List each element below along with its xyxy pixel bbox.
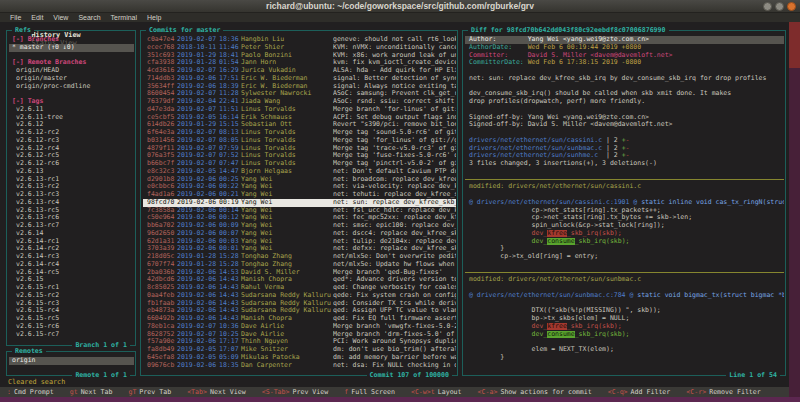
ref-item[interactable]: v2.6.13-rc3	[9, 191, 134, 199]
commit-row[interactable]: ce5cbf52019-02-0516:14Erik SchmaussACPI:…	[143, 114, 456, 122]
menu-help[interactable]: Help	[142, 14, 166, 21]
ref-item[interactable]: v2.6.15-rc5	[9, 315, 134, 323]
scrollbar[interactable]	[789, 22, 800, 397]
commit-row[interactable]: c0a47e42019-02-0718:36Hangbin Liugeneve:…	[143, 36, 456, 44]
maximize-icon[interactable]	[775, 2, 784, 11]
ref-item[interactable]: v2.6.13-rc2	[9, 183, 134, 191]
ref-item[interactable]: v2.6.14-rc5	[9, 269, 134, 277]
ref-section[interactable]: [-] Remote Branches	[9, 59, 134, 67]
commit-row[interactable]: 645efa82019-02-0505:09Mikulas Patockadm:…	[143, 354, 456, 362]
commit-author: Yang Wei	[241, 191, 333, 199]
ref-item[interactable]: * master (↑0 ↓0)	[9, 44, 134, 52]
ref-item[interactable]: v2.6.12-rc5	[9, 152, 134, 160]
ref-item[interactable]: v2.6.15-rc6	[9, 323, 134, 331]
commit-row[interactable]: e8c32c32019-02-0514:47Bjorn Helgaasnet: …	[143, 168, 456, 176]
commit-row[interactable]: 86287522019-02-0710:25Dave AirlieMerge b…	[143, 331, 456, 339]
ref-item[interactable]: v2.6.15-rc1	[9, 284, 134, 292]
ref-item[interactable]: v2.6.11-tree	[9, 114, 134, 122]
ref-item[interactable]: v2.6.14-rc4	[9, 261, 134, 269]
ref-item[interactable]: v2.6.12	[9, 121, 134, 129]
commit-row[interactable]: 351c6932019-01-2918:41Paolo BonziniKVM: …	[143, 52, 456, 60]
commit-row[interactable]: d2901b82019-02-0600:25Yang Weinet: broad…	[143, 176, 456, 184]
commit-row[interactable]: e0cbbc62019-02-0600:22Yang Weinet: via-v…	[143, 183, 456, 191]
ref-item[interactable]: v2.6.11	[9, 106, 134, 114]
commit-row[interactable]: 09676cb2019-02-0618:35Dan Carpenternet: …	[143, 362, 456, 370]
commit-row[interactable]: eb4873a2019-02-0614:43Sudarsana Reddy Ka…	[143, 307, 456, 315]
ref-item[interactable]: v2.6.13-rc6	[9, 214, 134, 222]
commit-row[interactable]: 86004542019-02-0711:28Sylwester Nawrocki…	[143, 90, 456, 98]
commit-row[interactable]: f57a90e2019-02-0617:17Thinh NguyenPCI: W…	[143, 338, 456, 346]
ref-item[interactable]: v2.6.13-rc5	[9, 207, 134, 215]
ref-item[interactable]: v2.6.15-rc3	[9, 300, 134, 308]
commit-row[interactable]: 96d26502019-02-0600:07Yang Weinet: dscc4…	[143, 230, 456, 238]
commit-row[interactable]: 98fcd702019-02-0600:19Yang Weinet: sun: …	[143, 199, 456, 207]
menu-view[interactable]: View	[48, 14, 73, 21]
menu-terminal[interactable]: Terminal	[106, 14, 142, 21]
ref-section[interactable]: [-] Branches	[9, 36, 134, 44]
commit-time: 14:43	[219, 315, 241, 323]
ref-item[interactable]: v2.6.14-rc2	[9, 245, 134, 253]
commit-row[interactable]: 42dbcd62019-02-0614:43Manish Chopraqed*:…	[143, 276, 456, 284]
menu-file[interactable]: File	[5, 14, 26, 21]
commit-row[interactable]: 7c3858a2019-02-0600:14Yang Weinet: fsl_u…	[143, 207, 456, 215]
commit-row[interactable]: d47e3da2019-02-0711:51Linus TorvaldsMerg…	[143, 106, 456, 114]
commit-row[interactable]: 714ddb32019-02-0617:51Eric W. Biedermans…	[143, 75, 456, 83]
ref-item[interactable]: origin	[9, 357, 134, 365]
ref-item[interactable]: v2.6.12-rc4	[9, 145, 134, 153]
ref-item[interactable]: v2.6.15-rc7	[9, 331, 134, 339]
commit-row[interactable]: 8c850252019-02-0614:43Rahul Vermaqed: Ch…	[143, 284, 456, 292]
commit-row[interactable]: 0aa4feb2019-02-0614:43Sudarsana Reddy Ka…	[143, 292, 456, 300]
ref-item[interactable]: v2.6.13	[9, 168, 134, 176]
commit-row[interactable]: 76379df2019-02-0422:41Jiada WangASoC: rs…	[143, 98, 456, 106]
commit-row[interactable]: fa8db492019-02-0517:07Mike Snitzerdm: do…	[143, 346, 456, 354]
commit-row[interactable]: 076a3f52019-02-0707:52Linus TorvaldsMerg…	[143, 152, 456, 160]
commit-row[interactable]: 62d1a312019-02-0600:03Yang Weinet: tulip…	[143, 238, 456, 246]
ref-section[interactable]: [-] Tags	[9, 98, 134, 106]
ref-item[interactable]: v2.6.15-rc4	[9, 307, 134, 315]
ref-item[interactable]: v2.6.12-rc3	[9, 137, 134, 145]
ref-item[interactable]: origin/HEAD	[9, 67, 134, 75]
ref-item[interactable]: v2.6.14	[9, 230, 134, 238]
ref-item[interactable]: v2.6.15	[9, 276, 134, 284]
menu-edit[interactable]: Edit	[26, 14, 48, 21]
commit-row[interactable]: 3703a392019-02-0600:01Yang Weinet: defxx…	[143, 245, 456, 253]
ref-item[interactable]: v2.6.14-rc3	[9, 253, 134, 261]
diff-line: Signed-off-by: Yang Wei <yang.wei9@zte.c…	[465, 114, 784, 122]
commit-row[interactable]: c50e9642019-02-0600:12Yang Weinet: fec_m…	[143, 214, 456, 222]
ref-item[interactable]: v2.6.13-rc1	[9, 176, 134, 184]
scrollbar-thumb[interactable]	[789, 22, 800, 68]
commit-row[interactable]: 614db262019-01-2915:15Sebastian OttRever…	[143, 121, 456, 129]
commit-row[interactable]: b0314562019-02-0708:05Linus TorvaldsMerg…	[143, 137, 456, 145]
help-key: gT	[128, 388, 136, 396]
commit-row[interactable]: 6f64e3a2019-02-0708:13Linus TorvaldsMerg…	[143, 129, 456, 137]
ref-item[interactable]: v2.6.13-rc7	[9, 222, 134, 230]
menu-search[interactable]: Search	[73, 14, 105, 21]
ref-item[interactable]: v2.6.12-rc2	[9, 129, 134, 137]
ref-item[interactable]: v2.6.13-rc4	[9, 199, 134, 207]
help-key: <C-q>	[608, 388, 628, 396]
commit-author: Yang Wei	[241, 176, 333, 184]
ref-item[interactable]: origin/proc-cmdline	[9, 83, 134, 91]
titlebar[interactable]: richard@ubuntu: ~/code/goworkspace/src/g…	[0, 0, 800, 13]
minimize-icon[interactable]	[763, 2, 772, 11]
commit-row[interactable]: cfa39382019-01-2801:54Jann Hornkvm: fix …	[143, 59, 456, 67]
commit-row[interactable]: 35634ff2019-02-0618:39Eric W. Biedermans…	[143, 83, 456, 91]
commit-row[interactable]: bb6a7022019-02-0600:09Yang Weinet: smsc:…	[143, 222, 456, 230]
commit-row[interactable]: 660492b2019-02-0614:43Manish Chopraqed: …	[143, 315, 456, 323]
help-key: <C-w>t	[411, 388, 435, 396]
commit-row[interactable]: 78eb1ca2019-02-0710:36Dave AirlieMerge b…	[143, 323, 456, 331]
commit-row[interactable]: 4cd36162019-02-0716:29Jurica VukadinALSA…	[143, 67, 456, 75]
commit-row[interactable]: fb1faab2019-02-0614:43Sudarsana Reddy Ka…	[143, 300, 456, 308]
ref-item[interactable]: v2.6.12-rc6	[9, 160, 134, 168]
ref-item[interactable]: origin/master	[9, 75, 134, 83]
commit-row[interactable]: b66bc7f2019-02-0707:47Linus TorvaldsMerg…	[143, 160, 456, 168]
ref-item[interactable]: v2.6.15-rc2	[9, 292, 134, 300]
commit-row[interactable]: 6707f742019-01-2815:28Tonghao Zhangnet/m…	[143, 261, 456, 269]
commit-row[interactable]: 218d05c2019-01-2815:28Tonghao Zhangnet/m…	[143, 253, 456, 261]
close-icon[interactable]	[787, 2, 796, 11]
commit-row[interactable]: ecec7682018-10-1111:46Peter ShierKVM: nV…	[143, 44, 456, 52]
commit-row[interactable]: 2ba036b2019-02-0614:53David S. MillerMer…	[143, 269, 456, 277]
commit-row[interactable]: f4ad1a62019-02-0600:21Yang Weinet: tehut…	[143, 191, 456, 199]
commit-row[interactable]: 4879f112019-02-0707:59Linus TorvaldsMerg…	[143, 145, 456, 153]
ref-item[interactable]: v2.6.14-rc1	[9, 238, 134, 246]
